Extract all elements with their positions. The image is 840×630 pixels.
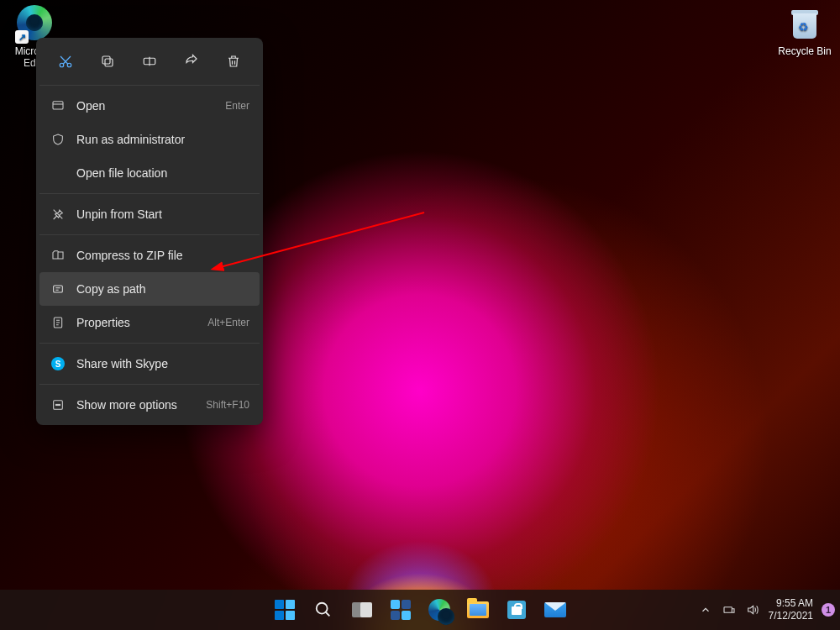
taskbar-app-store[interactable] (500, 593, 533, 627)
share-button[interactable] (178, 48, 205, 75)
desktop-icon-label: Recycle Bin (773, 45, 837, 57)
svg-point-9 (55, 404, 56, 405)
menu-item-share-skype[interactable]: S Share with Skype (39, 347, 260, 381)
svg-point-1 (67, 63, 71, 67)
menu-item-open-location[interactable]: Open file location (39, 156, 260, 190)
search-button[interactable] (307, 593, 340, 627)
taskbar-clock[interactable]: 9:55 AM 7/12/2021 (769, 597, 813, 622)
start-button[interactable] (268, 593, 302, 627)
svg-rect-2 (105, 59, 113, 66)
menu-item-label: Run as administrator (76, 133, 249, 146)
shield-icon (50, 133, 66, 146)
menu-item-unpin-start[interactable]: Unpin from Start (39, 197, 260, 231)
menu-item-shortcut: Shift+F10 (206, 399, 249, 411)
taskbar-center (268, 593, 572, 627)
svg-rect-5 (53, 102, 63, 109)
properties-icon (50, 316, 66, 329)
tray-overflow-button[interactable] (698, 602, 713, 617)
menu-item-label: Share with Skype (76, 357, 249, 370)
taskbar-time: 9:55 AM (769, 597, 813, 610)
copy-path-icon (50, 282, 66, 296)
desktop[interactable]: ↗ Microsoft Edge ♻ Recycle Bin (0, 0, 840, 630)
taskbar-app-explorer[interactable] (461, 593, 495, 627)
menu-item-copy-as-path[interactable]: Copy as path (39, 272, 260, 306)
menu-item-label: Copy as path (76, 282, 249, 296)
svg-rect-14 (724, 607, 732, 613)
taskbar-app-edge[interactable] (423, 593, 456, 627)
menu-item-label: Open (76, 99, 225, 113)
svg-point-0 (60, 63, 64, 67)
cut-button[interactable] (52, 48, 79, 75)
menu-item-shortcut: Alt+Enter (207, 317, 249, 328)
taskbar-app-mail[interactable] (538, 593, 572, 627)
unpin-icon (50, 207, 66, 221)
edge-icon: ↗ (17, 5, 54, 42)
volume-icon[interactable] (745, 602, 760, 617)
task-view-button[interactable] (345, 593, 379, 627)
desktop-icon-recycle-bin[interactable]: ♻ Recycle Bin (773, 5, 837, 57)
menu-item-label: Show more options (76, 398, 206, 412)
menu-item-shortcut: Enter (225, 100, 249, 112)
network-icon[interactable] (722, 602, 737, 617)
context-menu: Open Enter Run as administrator Open fil… (36, 38, 263, 425)
taskbar: 9:55 AM 7/12/2021 1 (0, 590, 840, 630)
taskbar-date: 7/12/2021 (769, 610, 813, 622)
open-icon (50, 99, 66, 113)
taskbar-right: 9:55 AM 7/12/2021 1 (698, 597, 835, 622)
context-menu-top-actions (39, 41, 260, 81)
rename-button[interactable] (136, 48, 163, 75)
menu-item-properties[interactable]: Properties Alt+Enter (39, 306, 260, 339)
copy-button[interactable] (94, 48, 121, 75)
zip-icon (50, 249, 66, 262)
menu-item-label: Properties (76, 316, 207, 329)
menu-item-label: Unpin from Start (76, 207, 249, 221)
menu-item-run-as-admin[interactable]: Run as administrator (39, 123, 260, 156)
menu-item-show-more[interactable]: Show more options Shift+F10 (39, 388, 260, 422)
recycle-bin-icon: ♻ (786, 5, 823, 42)
menu-item-label: Open file location (76, 166, 249, 180)
svg-point-10 (57, 404, 58, 405)
more-options-icon (50, 398, 66, 412)
menu-item-open[interactable]: Open Enter (39, 89, 260, 123)
svg-rect-6 (54, 286, 63, 292)
widgets-button[interactable] (384, 593, 417, 627)
svg-rect-3 (102, 56, 110, 64)
menu-item-label: Compress to ZIP file (76, 249, 249, 262)
delete-button[interactable] (220, 48, 247, 75)
svg-point-13 (317, 603, 328, 614)
svg-point-11 (59, 404, 60, 405)
notification-badge[interactable]: 1 (822, 603, 835, 617)
shortcut-arrow-icon: ↗ (15, 30, 29, 44)
menu-item-compress-zip[interactable]: Compress to ZIP file (39, 239, 260, 272)
skype-icon: S (50, 357, 66, 370)
